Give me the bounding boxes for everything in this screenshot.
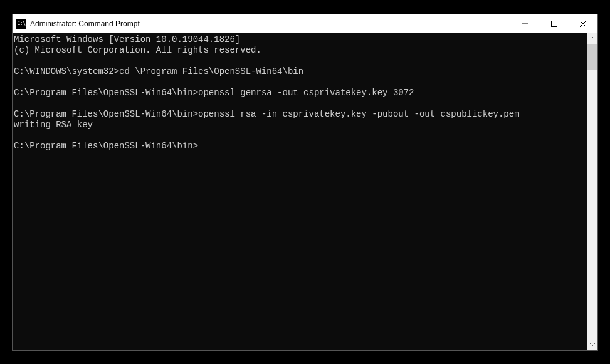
maximize-button[interactable] xyxy=(540,14,569,33)
command-prompt-window: C:\ Administrator: Command Prompt xyxy=(12,14,598,351)
chevron-down-icon xyxy=(590,342,595,347)
window-title: Administrator: Command Prompt xyxy=(30,19,140,28)
titlebar[interactable]: C:\ Administrator: Command Prompt xyxy=(13,14,597,33)
close-button[interactable] xyxy=(569,14,597,33)
prompt: C:\WINDOWS\system32> xyxy=(14,66,119,76)
window-controls xyxy=(511,14,597,33)
command-rsa-pubout: openssl rsa -in csprivatekey.key -pubout… xyxy=(198,109,519,119)
current-prompt: C:\Program Files\OpenSSL-Win64\bin> xyxy=(14,141,198,151)
minimize-button[interactable] xyxy=(511,14,540,33)
vertical-scrollbar[interactable] xyxy=(587,33,597,350)
scroll-thumb[interactable] xyxy=(587,44,597,70)
chevron-up-icon xyxy=(590,36,595,41)
command-cd: cd \Program Files\OpenSSL-Win64\bin xyxy=(119,66,303,76)
maximize-icon xyxy=(551,21,557,27)
terminal-area: Microsoft Windows [Version 10.0.19044.18… xyxy=(13,33,597,350)
copyright-line: (c) Microsoft Corporation. All rights re… xyxy=(14,45,261,55)
cmd-icon: C:\ xyxy=(16,19,26,29)
minimize-icon xyxy=(522,21,528,27)
close-icon xyxy=(580,21,586,27)
command-genrsa: openssl genrsa -out csprivatekey.key 307… xyxy=(198,88,414,98)
scroll-track[interactable] xyxy=(587,44,597,340)
scroll-down-button[interactable] xyxy=(587,340,597,350)
terminal-output[interactable]: Microsoft Windows [Version 10.0.19044.18… xyxy=(13,33,587,350)
svg-rect-1 xyxy=(552,21,557,26)
prompt: C:\Program Files\OpenSSL-Win64\bin> xyxy=(14,109,198,119)
prompt: C:\Program Files\OpenSSL-Win64\bin> xyxy=(14,88,198,98)
output-writing-key: writing RSA key xyxy=(14,120,93,130)
os-version-line: Microsoft Windows [Version 10.0.19044.18… xyxy=(14,34,240,44)
scroll-up-button[interactable] xyxy=(587,33,597,44)
